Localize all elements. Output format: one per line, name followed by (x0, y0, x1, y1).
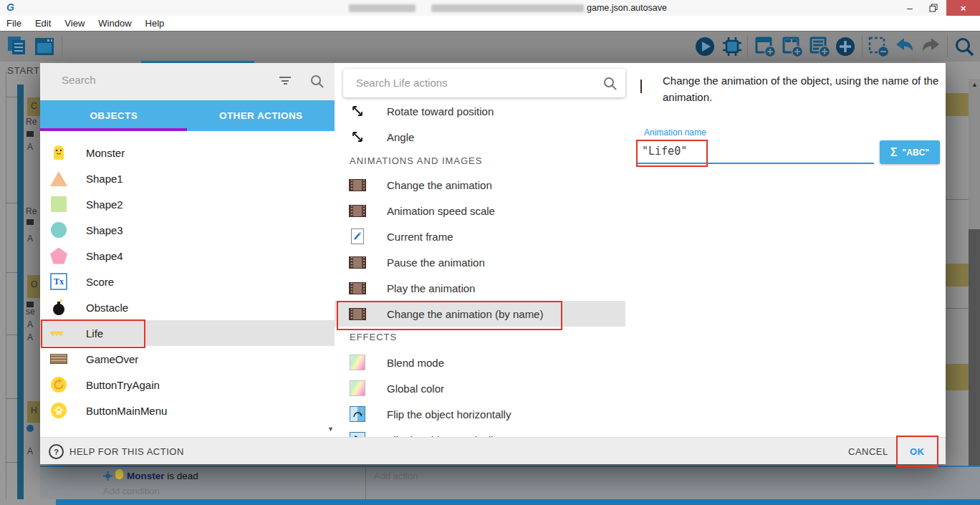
object-row-life[interactable]: ♥♥♥ Life (40, 320, 335, 346)
help-link[interactable]: HELP FOR THIS ACTION (69, 446, 184, 457)
film-strip-icon (349, 256, 366, 269)
field-underline (637, 163, 874, 164)
close-button[interactable]: × (946, 0, 980, 16)
minimize-button[interactable]: – (899, 0, 921, 16)
event-text-fragment: A (27, 142, 33, 152)
restore-button[interactable] (923, 0, 944, 16)
scroll-up-icon[interactable]: ▲ (971, 81, 978, 88)
action-row-global-color[interactable]: Global color (335, 375, 625, 401)
object-row-buttontryagain[interactable]: ButtonTryAgain (40, 372, 335, 398)
object-row-shape2[interactable]: Shape2 (40, 191, 335, 217)
cancel-button[interactable]: CANCEL (848, 446, 888, 457)
diagonal-arrow-icon (350, 130, 365, 144)
action-search-icon (602, 76, 618, 91)
object-search-bar (40, 63, 335, 100)
add-event-icon[interactable] (754, 35, 777, 58)
animation-name-value[interactable]: "Life0" (642, 145, 687, 158)
gdevelop-window: G game.json.autosave – × File Edit View … (0, 0, 980, 505)
dialog-footer: ? HELP FOR THIS ACTION CANCEL OK (40, 437, 946, 464)
action-row-change-animation[interactable]: Change the animation (335, 172, 625, 198)
hearts-icon: ♥♥♥ (51, 329, 63, 337)
square-icon (51, 196, 67, 212)
menu-edit[interactable]: Edit (35, 18, 51, 29)
action-search-input[interactable] (355, 76, 587, 90)
object-row-score[interactable]: Tx Score (40, 269, 335, 294)
description-film-icon (640, 80, 642, 93)
object-row-monster[interactable]: Monster (40, 140, 335, 165)
event-column-divider (365, 467, 366, 499)
debug-icon[interactable] (721, 35, 744, 58)
menu-view[interactable]: View (64, 18, 85, 29)
toolbar-separator (862, 36, 863, 57)
film-strip-icon (349, 179, 366, 191)
monster-mini-icon (115, 469, 123, 479)
object-row-shape1[interactable]: Shape1 (40, 165, 335, 191)
object-row-shape4[interactable]: Shape4 (40, 243, 335, 269)
event-row-monster-dead[interactable]: Monster is dead Add condition Add action (40, 466, 980, 499)
event-text-fragment: se (26, 307, 35, 317)
event-text-fragment: A (27, 234, 33, 244)
window-scrollbar-thumb[interactable] (969, 229, 980, 505)
search-icon[interactable] (309, 74, 325, 89)
add-comment-icon[interactable] (808, 35, 831, 58)
action-row-play-animation[interactable]: Play the animation (335, 275, 625, 301)
action-row-flip-horizontal[interactable]: Flip the object horizontally (335, 401, 625, 427)
action-row-angle[interactable]: Angle (335, 124, 625, 150)
object-row-gameover[interactable]: GameOver (40, 346, 335, 372)
event-text-fragment: O (31, 279, 37, 289)
action-row-current-frame[interactable]: Current frame (335, 223, 625, 249)
action-row-animation-speed-scale[interactable]: Animation speed scale (335, 198, 625, 223)
circle-icon (51, 222, 67, 238)
filter-icon[interactable] (279, 77, 291, 87)
object-list-scroll-down-icon[interactable]: ▼ (327, 425, 334, 433)
add-circle-icon[interactable] (834, 35, 857, 58)
menu-help[interactable]: Help (145, 18, 165, 29)
add-action-link[interactable]: Add action (374, 471, 418, 481)
remove-event-icon[interactable] (867, 35, 890, 58)
menu-file[interactable]: File (6, 18, 21, 29)
dialog-tab-bar: OBJECTS OTHER ACTIONS (40, 100, 335, 131)
diagonal-arrow-icon (350, 104, 365, 118)
game-over-sign-icon (50, 354, 67, 364)
action-row-change-animation-by-name[interactable]: Change the animation (by name) (335, 301, 625, 327)
expression-editor-button[interactable]: Σ "ABC" (880, 140, 940, 164)
scene-tab-label[interactable]: START (7, 65, 40, 76)
undo-icon[interactable] (893, 35, 916, 58)
menu-bar: File Edit View Window Help (0, 16, 980, 31)
bomb-icon (52, 299, 66, 316)
object-row-obstacle[interactable]: Obstacle (40, 294, 335, 320)
object-row-buttonmainmenu[interactable]: ButtonMainMenu (40, 398, 335, 423)
event-text-fragment: Re (26, 206, 37, 216)
object-row-shape3[interactable]: Shape3 (40, 217, 335, 243)
action-row-blend-mode[interactable]: Blend mode (335, 350, 625, 375)
object-search-input[interactable] (60, 73, 271, 87)
monster-icon (52, 144, 66, 161)
project-manager-icon[interactable] (6, 35, 29, 58)
redacted-title-segment (349, 4, 415, 12)
tab-other-actions[interactable]: OTHER ACTIONS (188, 100, 335, 131)
flip-horizontal-icon (350, 406, 365, 422)
toolbar-separator (947, 36, 948, 57)
condition-text: Monster is dead (127, 471, 198, 481)
minimize-icon: – (907, 2, 913, 14)
add-sub-event-icon[interactable] (781, 35, 804, 58)
event-text-fragment: A (27, 446, 33, 456)
rainbow-icon (350, 355, 365, 370)
comment-row-fragment (946, 264, 969, 287)
sigma-icon: Σ (890, 146, 898, 159)
condition-gear-icon (103, 471, 112, 481)
play-icon[interactable] (693, 35, 716, 58)
menu-window[interactable]: Window (98, 18, 131, 29)
ok-button[interactable]: OK (910, 446, 925, 457)
redacted-title-segment (431, 4, 584, 12)
comment-row-fragment (946, 93, 969, 116)
action-row-rotate-toward-position[interactable]: Rotate toward position (335, 98, 625, 124)
restore-icon (929, 4, 938, 12)
scene-editor-icon[interactable] (33, 35, 56, 58)
tab-objects[interactable]: OBJECTS (40, 100, 188, 131)
action-row-pause-animation[interactable]: Pause the animation (335, 249, 625, 275)
add-condition-link[interactable]: Add condition (103, 486, 160, 496)
redo-icon[interactable] (919, 35, 942, 58)
toolbar-search-icon[interactable] (953, 35, 976, 58)
toolbar-separator (62, 36, 62, 57)
